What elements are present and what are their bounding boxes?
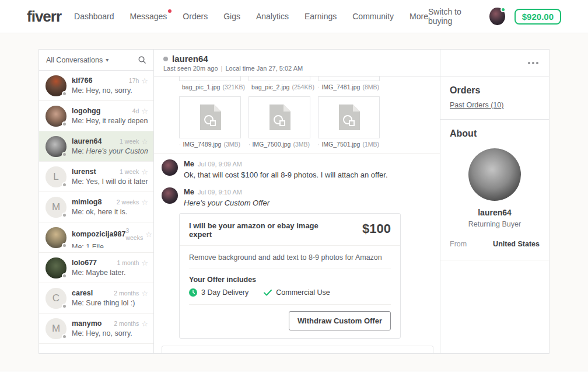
avatar <box>162 187 178 204</box>
chat-messages-area[interactable]: bag_pic_1.jpg(321KB) bag_pic_2.jpg(254KB… <box>154 76 440 353</box>
attachment-thumbnail-clipped[interactable] <box>249 76 310 81</box>
fiverr-logo[interactable]: fiverr <box>27 8 61 26</box>
nav-item-more[interactable]: More <box>410 12 428 21</box>
attachment-size: (1MB) <box>362 141 379 148</box>
avatar: L <box>46 166 66 187</box>
avatar <box>46 106 66 127</box>
avatar: C <box>46 288 66 309</box>
attachment-thumbnail[interactable] <box>249 96 310 138</box>
offline-dot-icon <box>62 334 67 339</box>
switch-to-buying-link[interactable]: Switch to buying <box>428 7 480 26</box>
attachment-label[interactable]: IMG_7500.jpg(3MB) <box>249 138 310 151</box>
search-icon[interactable] <box>138 55 146 64</box>
star-icon[interactable]: ☆ <box>141 107 148 115</box>
attachment-label[interactable]: bag_pic_1.jpg(321KB) <box>179 81 241 94</box>
nav-item-analytics[interactable]: Analytics <box>256 12 289 21</box>
star-icon[interactable]: ☆ <box>145 231 152 238</box>
offline-dot-icon <box>62 304 67 309</box>
conversation-item-manymo[interactable]: M manymo2 months☆ Me: Hey, no, sorry. <box>39 314 153 344</box>
attachment-thumbnail[interactable] <box>179 96 241 138</box>
download-icon <box>180 141 180 148</box>
offline-dot-icon <box>62 213 67 218</box>
conversation-item-logohgg[interactable]: logohgg4d☆ Me: Hey, it really depends... <box>39 101 153 131</box>
nav-item-community[interactable]: Community <box>352 12 394 21</box>
download-icon <box>318 84 319 90</box>
attachment-thumbnail-clipped[interactable] <box>179 76 241 81</box>
conversation-item-lauren64[interactable]: lauren641 week☆ Me: Here's your Custom O… <box>39 131 153 162</box>
conversation-name: manymo <box>72 319 102 328</box>
star-icon[interactable]: ☆ <box>141 199 148 206</box>
attachment-filename: IMG_7489.jpg <box>183 141 221 148</box>
attachment-thumbnail-clipped[interactable] <box>318 76 380 81</box>
conversation-item-lurenst[interactable]: L lurenst1 week☆ Me: Yes, I will do it l… <box>39 162 153 192</box>
details-panel: Orders Past Orders (10) About lauren64 R… <box>440 50 549 353</box>
nav-item-earnings[interactable]: Earnings <box>304 12 337 21</box>
offer-description: Remove background and add text to 8-9 ph… <box>180 246 400 269</box>
conversation-filter-label: All Conversations <box>46 56 103 64</box>
conversation-item-caresl[interactable]: C caresl2 months☆ Me: Sure thing lol :) <box>39 283 153 314</box>
star-icon[interactable]: ☆ <box>141 320 148 328</box>
offline-dot-icon <box>62 152 67 157</box>
star-icon[interactable]: ☆ <box>141 138 148 145</box>
message-input[interactable] <box>162 346 433 353</box>
from-value: United States <box>493 240 540 248</box>
offer-price: $100 <box>362 221 391 236</box>
attachment-label[interactable]: IMG_7489.jpg(3MB) <box>179 138 241 151</box>
conversation-item-lolo677[interactable]: lolo6771 month☆ Me: Maybe later. <box>39 253 153 283</box>
avatar <box>46 136 66 157</box>
conversation-name: klf766 <box>72 76 92 85</box>
attachment-label[interactable]: IMG_7481.jpg(8MB) <box>318 81 380 94</box>
conversation-name: lurenst <box>72 168 96 176</box>
nav-item-dashboard[interactable]: Dashboard <box>74 12 114 21</box>
orders-section: Orders Past Orders (10) <box>440 76 549 120</box>
conversation-preview: Me: Yes, I will do it later <box>72 177 148 186</box>
nav-item-messages[interactable]: Messages <box>130 12 167 21</box>
nav-right: Switch to buying $920.00 <box>428 7 561 26</box>
from-label: From <box>450 240 467 248</box>
conversation-item-klf766[interactable]: klf76617h☆ Me: Hey, no, sorry. <box>39 71 153 101</box>
image-file-icon <box>199 105 221 130</box>
message-timestamp: Jul 09, 9:10 AM <box>198 189 242 196</box>
attachment-size: (254KB) <box>292 83 314 90</box>
message-text: Here's your Custom Offer <box>184 199 270 207</box>
nav-item-gigs[interactable]: Gigs <box>223 12 240 21</box>
conversation-item-mimlog8[interactable]: M mimlog82 weeks☆ Me: ok, here it is. <box>39 192 153 222</box>
checkmark-icon <box>264 290 272 296</box>
offer-includes-label: Your Offer includes <box>180 269 400 284</box>
chat-contact-name: lauren64 <box>163 54 430 64</box>
buyer-badge: Returning Buyer <box>450 220 540 228</box>
star-icon[interactable]: ☆ <box>141 168 148 176</box>
past-orders-link[interactable]: Past Orders (10) <box>450 101 503 109</box>
more-options-icon[interactable] <box>528 62 538 64</box>
offline-dot-icon <box>62 91 67 96</box>
conversation-time: 1 week <box>120 168 139 175</box>
star-icon[interactable]: ☆ <box>141 77 148 85</box>
conversation-name: kompozicija987 <box>72 230 125 238</box>
conversation-time: 1 week <box>120 138 139 145</box>
nav-item-orders[interactable]: Orders <box>183 12 208 21</box>
avatar <box>162 159 178 176</box>
top-nav: fiverr Dashboard Messages Orders Gigs An… <box>0 0 588 33</box>
conversation-list-panel: All Conversations ▾ klf76617h☆ Me: Hey, … <box>39 50 154 353</box>
withdraw-offer-button[interactable]: Withdraw Custom Offer <box>289 311 391 330</box>
chat-panel: lauren64 Last seen 20m ago|Local time Ja… <box>154 50 440 353</box>
star-icon[interactable]: ☆ <box>141 259 148 267</box>
user-avatar[interactable] <box>489 8 505 25</box>
attachment-label[interactable]: bag_pic_2.jpg(254KB) <box>249 81 310 94</box>
conversation-time: 2 months <box>114 320 139 327</box>
conversation-time: 2 months <box>114 290 139 297</box>
star-icon[interactable]: ☆ <box>141 290 148 297</box>
conversation-item-kompozicija987[interactable]: kompozicija9873 weeks☆ Me: 1 File <box>39 222 153 253</box>
offline-dot-icon <box>62 121 67 127</box>
message: MeJul 09, 9:10 AM Here's your Custom Off… <box>154 182 440 210</box>
message-sender: MeJul 09, 9:10 AM <box>184 187 270 196</box>
attachment-filename: IMG_7501.jpg <box>321 141 360 148</box>
image-file-icon <box>268 105 290 130</box>
online-dot-icon <box>501 7 506 12</box>
composer: Create an Offer Send <box>162 346 432 353</box>
clock-icon <box>189 288 197 297</box>
balance-badge[interactable]: $920.00 <box>514 9 561 25</box>
attachment-label[interactable]: IMG_7501.jpg(1MB) <box>318 138 380 151</box>
attachment-thumbnail[interactable] <box>318 96 380 138</box>
conversation-filter-dropdown[interactable]: All Conversations ▾ <box>46 56 108 64</box>
